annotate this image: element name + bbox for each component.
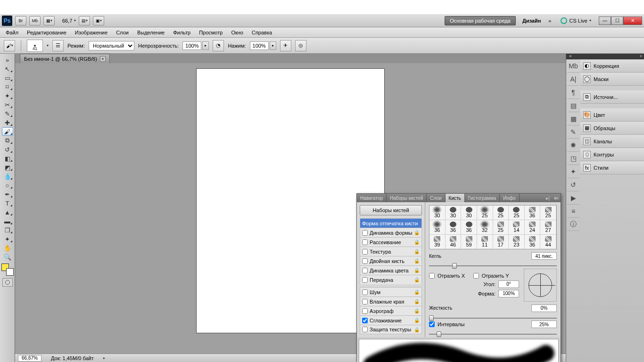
opt-transfer[interactable]: Передача🔒 bbox=[360, 275, 422, 284]
stamp-tool[interactable]: ⧉ bbox=[2, 136, 13, 145]
history-icon[interactable]: ↺ bbox=[567, 178, 579, 191]
tool-preset-picker[interactable]: 🖌▾ bbox=[4, 40, 15, 51]
paths-icon[interactable]: ✎ bbox=[567, 125, 579, 139]
angle-input[interactable] bbox=[498, 280, 519, 288]
opt-wet-edges[interactable]: Влажные края🔒 bbox=[360, 296, 422, 306]
size-value[interactable]: 41 пикс. bbox=[531, 252, 557, 260]
status-arrow[interactable]: ▸ bbox=[103, 356, 105, 360]
document-tab[interactable]: Без имени-1 @ 66,7% (RGB/8) × bbox=[20, 54, 110, 63]
hand-tool[interactable]: ✋ bbox=[2, 244, 13, 252]
cslive-button[interactable]: CS Live▾ bbox=[561, 17, 591, 24]
menu-file[interactable]: Файл bbox=[6, 30, 18, 35]
lock-icon[interactable]: 🔒 bbox=[414, 299, 420, 304]
character-icon[interactable]: A| bbox=[567, 73, 579, 86]
3d-camera-tool[interactable]: ✦ bbox=[2, 235, 13, 243]
screenmode-button[interactable]: ▣▾ bbox=[93, 16, 104, 25]
shape-tool[interactable]: ▬ bbox=[2, 217, 13, 225]
actions-icon[interactable]: ▶ bbox=[567, 191, 579, 205]
opt-noise[interactable]: Шум🔒 bbox=[360, 287, 422, 296]
lock-icon[interactable]: 🔒 bbox=[414, 318, 420, 323]
dodge-tool[interactable]: ○ bbox=[2, 181, 13, 189]
blur-tool[interactable]: 💧 bbox=[2, 172, 13, 181]
menu-filter[interactable]: Фильтр bbox=[173, 30, 190, 35]
flow-arrow[interactable]: ▸ bbox=[270, 41, 276, 50]
spacing-slider[interactable] bbox=[429, 331, 557, 334]
minibridge-button[interactable]: Mb bbox=[29, 16, 41, 25]
zoom-input[interactable] bbox=[18, 355, 41, 362]
panel-paths[interactable]: ⬯Контуры bbox=[580, 148, 644, 161]
tab-brush-presets[interactable]: Наборы кистей bbox=[387, 194, 427, 202]
layers-icon[interactable]: ▤ bbox=[567, 99, 579, 112]
menu-help[interactable]: Справка bbox=[252, 30, 272, 35]
view-extras-button[interactable]: ▦▾ bbox=[43, 16, 55, 25]
panel-adjustments[interactable]: ◐Коррекция bbox=[580, 59, 644, 73]
lock-icon[interactable]: 🔒 bbox=[414, 289, 420, 295]
size-slider[interactable] bbox=[429, 263, 557, 266]
panel-menu-icon[interactable]: ▾≡ bbox=[552, 194, 561, 202]
flow-input[interactable] bbox=[250, 41, 269, 50]
color-swatches[interactable] bbox=[1, 263, 14, 276]
airbrush-icon[interactable]: ✈ bbox=[280, 40, 291, 51]
lasso-tool[interactable]: ⌑ bbox=[2, 82, 13, 91]
pen-tool[interactable]: ✒ bbox=[2, 190, 13, 198]
lock-icon[interactable]: 🔒 bbox=[414, 239, 420, 245]
brush-tip-grid[interactable]: 30 30 30 25 25 25 36 25 36 36 36 32 25 1… bbox=[429, 205, 557, 249]
lock-icon[interactable]: 🔒 bbox=[414, 277, 420, 282]
panel-swatches[interactable]: ▦Образцы bbox=[580, 122, 644, 135]
workspace-more[interactable]: » bbox=[548, 18, 551, 24]
spacing-checkbox[interactable] bbox=[429, 321, 435, 327]
path-select-tool[interactable]: ▲ bbox=[2, 208, 13, 216]
lock-icon[interactable]: 🔒 bbox=[414, 230, 420, 235]
size-pressure-icon[interactable]: ◎ bbox=[295, 40, 306, 51]
zoom-display[interactable]: 66,7 bbox=[62, 18, 72, 24]
brush-panel-toggle[interactable]: ☰ bbox=[52, 40, 64, 51]
lock-icon[interactable]: 🔒 bbox=[414, 249, 420, 254]
opacity-arrow[interactable]: ▸ bbox=[202, 41, 209, 50]
brush-tool[interactable]: 🖌 bbox=[2, 127, 13, 136]
paragraph-icon[interactable]: ¶ bbox=[567, 86, 579, 99]
close-button[interactable]: ✕ bbox=[623, 16, 642, 25]
opacity-input[interactable] bbox=[182, 41, 201, 50]
opacity-pressure-icon[interactable]: ◔ bbox=[213, 40, 224, 51]
menu-layers[interactable]: Слои bbox=[116, 30, 129, 35]
tab-layers[interactable]: Слои bbox=[427, 194, 445, 202]
opt-scattering[interactable]: Рассеивание🔒 bbox=[360, 237, 422, 247]
healing-tool[interactable]: ✚ bbox=[2, 118, 13, 127]
styles-icon[interactable]: ⓘ bbox=[567, 218, 579, 231]
spacing-value[interactable]: 25% bbox=[531, 321, 557, 328]
quick-select-tool[interactable]: ✦ bbox=[2, 91, 13, 100]
collapse-toolbox[interactable]: » bbox=[2, 56, 13, 64]
adjustments-icon[interactable]: ✺ bbox=[567, 139, 579, 152]
hardness-value[interactable]: 0% bbox=[531, 304, 557, 312]
menu-window[interactable]: Окно bbox=[231, 30, 243, 35]
bridge-button[interactable]: Br bbox=[15, 16, 26, 25]
menu-view[interactable]: Просмотр bbox=[199, 30, 223, 35]
blend-mode-select[interactable]: Нормальный bbox=[89, 41, 134, 50]
move-tool[interactable]: ↖ bbox=[2, 65, 13, 73]
brush-presets-button[interactable]: Наборы кистей bbox=[360, 205, 422, 215]
panel-styles[interactable]: fxСтили bbox=[580, 161, 644, 174]
lock-icon[interactable]: 🔒 bbox=[414, 308, 420, 313]
lock-icon[interactable]: 🔒 bbox=[414, 327, 420, 332]
panel-collapse-icon[interactable]: ▸| bbox=[544, 194, 552, 202]
opt-texture[interactable]: Текстура🔒 bbox=[360, 247, 422, 256]
eyedropper-tool[interactable]: ✎ bbox=[2, 109, 13, 118]
design-workspace[interactable]: Дизайн bbox=[522, 18, 541, 24]
opt-smoothing[interactable]: Сглаживание🔒 bbox=[360, 315, 422, 325]
tab-histogram[interactable]: Гистограмма bbox=[465, 194, 500, 202]
maximize-button[interactable]: ☐ bbox=[611, 16, 623, 25]
hardness-slider[interactable] bbox=[429, 315, 557, 318]
opt-dual-brush[interactable]: Двойная кисть🔒 bbox=[360, 256, 422, 265]
nav2-icon[interactable]: ◳ bbox=[567, 152, 579, 165]
history-brush-tool[interactable]: ↺ bbox=[2, 145, 13, 154]
dock-close-icon[interactable]: × bbox=[640, 54, 642, 58]
lock-icon[interactable]: 🔒 bbox=[414, 258, 420, 263]
tab-brush[interactable]: Кисть bbox=[446, 194, 465, 202]
workspace-selector[interactable]: Основная рабочая среда bbox=[445, 16, 516, 25]
background-color[interactable] bbox=[6, 268, 14, 276]
3d-tool[interactable]: ❒ bbox=[2, 226, 13, 234]
panel-channels[interactable]: ◫Каналы bbox=[580, 135, 644, 148]
close-tab-icon[interactable]: × bbox=[100, 56, 106, 62]
channels-icon[interactable]: ▦ bbox=[567, 112, 579, 125]
menu-select[interactable]: Выделение bbox=[137, 30, 165, 35]
